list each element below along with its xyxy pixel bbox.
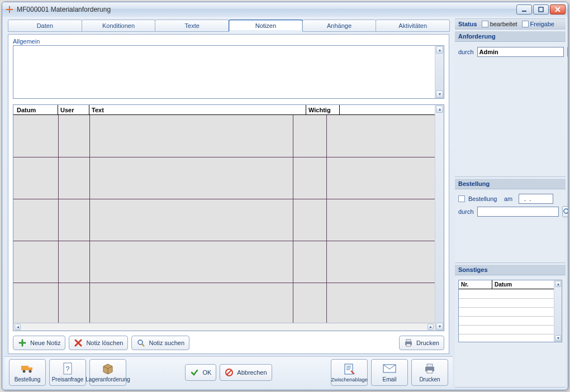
bestellung-lookup-button[interactable]	[562, 206, 568, 217]
notes-table-header: Datum User Text Wichtig	[13, 105, 435, 115]
tab-bar: Daten Konditionen Texte Notizen Anhänge …	[8, 20, 449, 32]
hscroll-left-icon[interactable]: ◂	[15, 324, 21, 330]
svg-point-19	[564, 209, 568, 213]
mini-col-datum[interactable]: Datum	[492, 280, 554, 289]
window-buttons	[516, 4, 566, 15]
svg-point-9	[29, 370, 32, 373]
vscroll-up-icon[interactable]: ▴	[436, 106, 443, 113]
ok-label: OK	[202, 369, 211, 376]
new-note-label: Neue Notiz	[30, 340, 60, 346]
clipboard-icon	[343, 362, 356, 376]
box-icon	[101, 362, 115, 375]
note-actions: Neue Notiz Notiz löschen Notiz suchen	[13, 336, 444, 350]
svg-rect-13	[345, 364, 353, 374]
svg-rect-1	[539, 7, 543, 12]
tab-anhaenge[interactable]: Anhänge	[302, 20, 377, 32]
minimize-button[interactable]	[516, 4, 532, 15]
mini-col-nr[interactable]: Nr.	[459, 280, 492, 289]
col-spacer	[340, 105, 435, 114]
zwischenablage-label: Zwischenablage	[331, 377, 367, 383]
col-text[interactable]: Text	[89, 105, 306, 114]
bearbeitet-label: bearbeitet	[490, 21, 517, 27]
zwischenablage-button[interactable]: Zwischenablage	[331, 359, 368, 386]
bestellung-label: Bestellung	[15, 376, 41, 383]
cancel-button[interactable]: Abbrechen	[220, 364, 272, 381]
tab-notizen[interactable]: Notizen	[229, 20, 303, 32]
anforderung-header: Anforderung	[455, 31, 566, 42]
anforderung-durch-input[interactable]	[477, 47, 564, 57]
bestellung-header: Bestellung	[455, 178, 566, 189]
bearbeitet-checkbox[interactable]	[482, 21, 488, 27]
tab-konditionen[interactable]: Konditionen	[82, 20, 156, 32]
svg-point-8	[23, 370, 26, 373]
bestellung-button[interactable]: Bestellung	[9, 359, 46, 386]
vscroll-down-icon[interactable]: ▾	[436, 323, 443, 330]
bestellung-body: Bestellung am durch	[455, 190, 566, 263]
anforderung-lookup-button[interactable]	[567, 46, 568, 58]
svg-text:?: ?	[66, 365, 70, 373]
search-note-button[interactable]: Notiz suchen	[131, 336, 189, 350]
plus-icon	[18, 338, 27, 347]
new-note-button[interactable]: Neue Notiz	[13, 336, 65, 350]
ok-button[interactable]: OK	[185, 364, 216, 381]
truck-icon	[21, 362, 34, 375]
anforderung-body: durch	[455, 43, 566, 177]
cancel-label: Abbrechen	[237, 369, 267, 376]
delete-note-label: Notiz löschen	[86, 340, 123, 346]
col-wichtig[interactable]: Wichtig	[306, 105, 340, 114]
tab-texte[interactable]: Texte	[155, 20, 229, 32]
delete-note-button[interactable]: Notiz löschen	[69, 336, 128, 350]
bestellung-durch-input[interactable]	[477, 207, 559, 217]
drucken-button[interactable]: Drucken	[411, 359, 448, 386]
email-icon	[383, 362, 396, 375]
sonstiges-table-header: Nr. Datum	[459, 280, 554, 289]
print-notes-button[interactable]: Drucken	[399, 336, 444, 350]
freigabe-checkbox[interactable]	[522, 21, 529, 27]
app-icon	[6, 6, 13, 13]
notes-panel: Allgemein ▴ ▾ Datum User Text	[8, 34, 449, 354]
document-question-icon: ?	[61, 362, 74, 375]
notes-table-hscroll[interactable]: ◂ ▸	[13, 323, 435, 331]
general-notes-field-wrap: ▴ ▾	[13, 45, 444, 99]
notes-table: Datum User Text Wichtig	[13, 104, 444, 331]
maximize-button[interactable]	[533, 4, 549, 15]
search-note-label: Notiz suchen	[149, 340, 184, 346]
email-button[interactable]: Email	[371, 359, 408, 386]
col-user[interactable]: User	[58, 105, 89, 114]
freigabe-label: Freigabe	[530, 21, 554, 27]
drucken-label: Drucken	[419, 376, 440, 383]
svg-rect-5	[406, 344, 411, 346]
svg-rect-16	[427, 364, 433, 367]
window-title: MF000001 Materialanforderung	[17, 6, 516, 13]
svg-point-2	[138, 340, 142, 345]
bottom-toolbar: Bestellung ? Preisanfrage Lageranforderu…	[4, 356, 453, 388]
preisanfrage-label: Preisanfrage	[52, 376, 84, 383]
col-datum[interactable]: Datum	[13, 105, 58, 114]
preisanfrage-button[interactable]: ? Preisanfrage	[49, 359, 86, 386]
svg-rect-7	[28, 367, 32, 370]
status-label: Status	[458, 21, 477, 27]
hscroll-right-icon[interactable]: ▸	[428, 324, 434, 330]
notes-table-body[interactable]	[13, 115, 435, 323]
tab-aktivitaeten[interactable]: Aktivitäten	[376, 20, 450, 32]
sonstiges-scrollbar[interactable]: ▴ ▾	[554, 280, 562, 342]
tab-daten[interactable]: Daten	[8, 20, 82, 32]
sonstiges-table-body[interactable]	[459, 289, 554, 342]
scroll-up-icon[interactable]: ▴	[436, 46, 443, 54]
bestellung-date-input[interactable]	[519, 194, 553, 204]
notes-table-vscroll[interactable]: ▴ ▾	[435, 105, 444, 331]
durch-label: durch	[458, 49, 474, 55]
lageranforderung-button[interactable]: Lageranforderung	[89, 359, 126, 386]
side-panel: Status bearbeitet Freigabe Anforderung d…	[455, 18, 566, 388]
mini-scroll-up-icon[interactable]: ▴	[555, 281, 561, 287]
delete-icon	[74, 338, 83, 347]
textarea-scrollbar[interactable]: ▴ ▾	[435, 46, 444, 98]
durch2-label: durch	[458, 208, 474, 215]
mini-scroll-down-icon[interactable]: ▾	[555, 335, 561, 341]
close-button[interactable]	[550, 4, 566, 15]
bestellung-checkbox[interactable]	[458, 195, 465, 202]
scroll-down-icon[interactable]: ▾	[436, 90, 443, 98]
general-notes-field[interactable]	[13, 46, 435, 98]
printer-icon	[404, 338, 413, 347]
print-notes-label: Drucken	[416, 340, 439, 346]
